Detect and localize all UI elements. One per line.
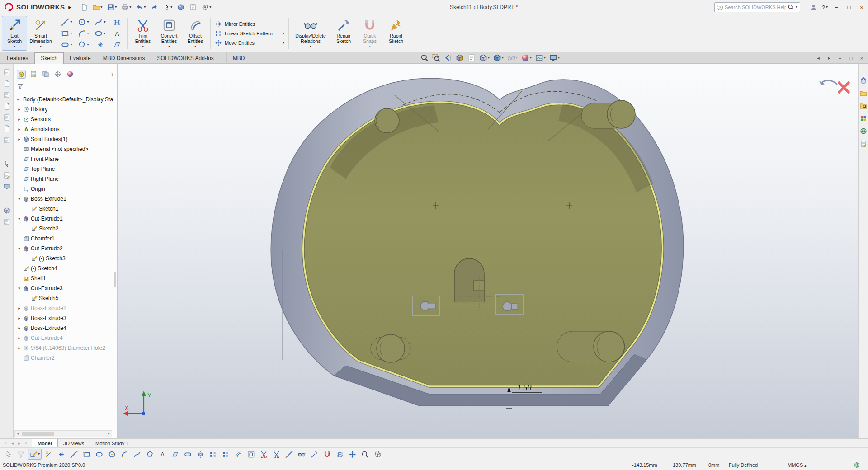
circle-tool-2[interactable] [106,449,118,460]
new-document-button[interactable] [79,2,90,12]
filter-funnel-icon[interactable] [17,83,24,89]
select-button[interactable]: ▾ [161,2,174,12]
last-tab-button[interactable]: » [23,438,29,448]
tree-item[interactable]: Top Plane [14,164,113,174]
dropdown-caret-icon[interactable]: ▾ [70,32,72,35]
tree-item[interactable]: Sketch1 [14,204,113,214]
tree-item[interactable]: ▸ Cut-Extrude4 [14,333,113,343]
expand-arrow-icon[interactable]: ▸ [17,336,22,340]
smart-dimension-button[interactable]: Smart Dimension ▾ [28,16,53,51]
previous-view-button[interactable] [443,53,453,63]
help-search-box[interactable]: ? ▾ [714,2,800,12]
view-orientation-button[interactable]: ▾ [478,53,491,63]
ellipse-tool[interactable]: ▾ [92,28,108,39]
tree-item[interactable]: ▸ Annotations [14,124,113,134]
dropdown-caret-icon[interactable]: ▾ [38,452,40,456]
line-tool-2[interactable] [68,449,80,460]
dropdown-caret-icon[interactable]: ▾ [544,56,546,60]
dropdown-caret-icon[interactable]: ▾ [502,56,504,60]
construction-geometry-tool[interactable] [283,449,295,460]
expand-arrow-icon[interactable]: ▸ [17,306,22,310]
dropdown-caret-icon[interactable]: ▾ [87,32,89,35]
arc-tool[interactable]: ▾ [75,28,92,39]
tree-item[interactable]: ▸ 9/64 (0.14063) Diameter Hole2 [14,343,113,353]
dock-icon-10[interactable] [2,183,11,191]
next-tab-button[interactable]: ▸ [16,438,22,448]
dropdown-caret-icon[interactable]: ▾ [129,5,131,9]
scrollbar-thumb[interactable] [22,432,54,436]
scroll-right-icon[interactable]: ▸ [106,432,112,436]
spline-tool[interactable]: ▾ [92,16,108,28]
zoom-to-area-button[interactable] [431,53,441,63]
scrollbar-thumb[interactable] [114,272,116,287]
tree-item[interactable]: ▸ Boss-Extrude3 [14,313,113,323]
move-entities-button[interactable]: Move Entities ▾ [213,39,286,47]
center-arch[interactable] [454,258,484,302]
dock-icon-1[interactable] [2,68,11,76]
mirror-entities-tool[interactable] [195,449,206,460]
expand-arrow-icon[interactable]: ▸ [17,107,22,112]
trim-entities-tool[interactable] [258,449,269,460]
dropdown-caret-icon[interactable]: ▾ [14,45,15,48]
dropdown-caret-icon[interactable]: ▾ [144,5,146,9]
dropdown-caret-icon[interactable]: ▾ [558,56,560,60]
circle-tool[interactable]: ▾ [75,16,92,28]
tab-model[interactable]: Model [32,439,58,447]
tree-item[interactable]: Material <not specified> [14,144,113,154]
dock-icon-5[interactable] [2,113,11,122]
tab-evaluate[interactable]: Evaluate [64,52,97,64]
linear-sketch-pattern-button[interactable]: Linear Sketch Pattern ▾ [213,29,286,38]
expand-arrow-icon[interactable]: ▸ [17,326,22,330]
dimxpertmanager-tab[interactable] [54,70,62,78]
expand-arrow-icon[interactable]: ▾ [17,197,22,201]
save-button[interactable]: ▾ [105,2,118,12]
tree-item[interactable]: Sketch5 [14,293,113,303]
selection-filter-tool[interactable] [15,449,27,460]
expand-arrow-icon[interactable]: ▾ [17,246,22,251]
surface-grid-tool[interactable] [108,16,125,28]
maximize-window-button[interactable]: □ [843,0,855,14]
expand-arrow-icon[interactable]: ▾ [15,97,20,102]
dock-icon-11[interactable] [2,207,11,215]
tab-features[interactable]: Features [1,52,34,64]
view-settings-button[interactable]: ▾ [548,53,561,63]
select-tool[interactable] [3,449,14,460]
menu-flyout-arrow-icon[interactable]: ▶ [68,5,71,9]
corner-rectangle-tool[interactable]: ▾ [58,28,75,39]
tree-item[interactable]: ▾ Cut-Extrude1 [14,214,113,224]
dropdown-caret-icon[interactable]: ▾ [168,45,170,48]
minimize-document-button[interactable]: − [835,53,845,63]
dropdown-caret-icon[interactable]: ▾ [115,5,117,9]
dropdown-caret-icon[interactable]: ▾ [194,45,196,48]
tree-item[interactable]: ▸ Sensors [14,114,113,124]
text-tool-2[interactable] [157,449,168,460]
dropdown-caret-icon[interactable]: ▾ [310,45,311,48]
section-view-button[interactable] [455,53,465,63]
line-tool[interactable]: ▾ [58,16,75,28]
expand-arrow-icon[interactable]: ▸ [17,137,22,141]
expand-arrow-icon[interactable]: ▸ [17,316,22,320]
tree-item[interactable]: ▸ Boss-Extrude2 [14,303,113,313]
tree-item[interactable]: ▸ Solid Bodies(1) [14,134,113,144]
polygon-tool[interactable]: ▾ [75,39,92,50]
edit-appearance-button[interactable]: ▾ [520,53,533,63]
restore-document-button[interactable]: □ [845,53,856,63]
expand-arrow-icon[interactable]: ▸ [17,346,22,350]
help-button[interactable]: ?▾ [820,1,830,13]
extend-entities-tool[interactable] [271,449,282,460]
dropdown-caret-icon[interactable]: ▾ [100,5,102,9]
tab-mbd-dimensions[interactable]: MBD Dimensions [97,52,151,64]
convert-entities-tool[interactable] [245,449,257,460]
graphics-viewport[interactable]: 1.50 Y X [118,64,858,438]
dropdown-caret-icon[interactable]: ▾ [104,32,105,35]
dropdown-caret-icon[interactable]: ▾ [87,20,89,24]
circular-pattern-tool[interactable] [220,449,231,460]
rebuild-button[interactable] [175,2,186,12]
dropdown-caret-icon[interactable]: ▾ [283,32,284,35]
spline-tool-2[interactable] [132,449,143,460]
featuremanager-design-tree-tab[interactable] [17,70,25,78]
text-tool[interactable] [108,28,125,39]
linear-pattern-tool[interactable] [208,449,219,460]
search-input[interactable] [725,5,786,10]
search-icon[interactable] [788,4,794,10]
